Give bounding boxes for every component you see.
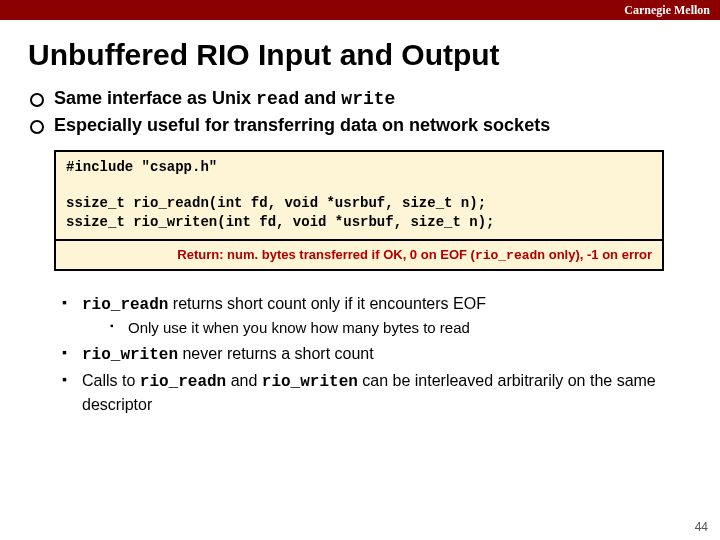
subsub-list: Only use it when you know how many bytes… <box>110 318 692 338</box>
slide-title: Unbuffered RIO Input and Output <box>28 38 692 72</box>
main-bullet-list: Same interface as Unix read and write Es… <box>28 88 692 136</box>
code-lines: #include "csapp.h" ssize_t rio_readn(int… <box>56 152 662 239</box>
bullet-2: Especially useful for transferring data … <box>28 115 692 136</box>
subsub-1: Only use it when you know how many bytes… <box>110 318 692 338</box>
code-return-note: Return: num. bytes transferred if OK, 0 … <box>56 239 662 269</box>
page-number: 44 <box>695 520 708 534</box>
bullet-1: Same interface as Unix read and write <box>28 88 692 109</box>
sub-bullet-2: rio_writen never returns a short count <box>60 343 692 367</box>
sub-bullet-1: rio_readn returns short count only if it… <box>60 293 692 339</box>
sub-bullet-3: Calls to rio_readn and rio_writen can be… <box>60 370 692 415</box>
code-box: #include "csapp.h" ssize_t rio_readn(int… <box>54 150 664 271</box>
slide-content: Unbuffered RIO Input and Output Same int… <box>0 20 720 427</box>
sub-bullet-list: rio_readn returns short count only if it… <box>60 293 692 416</box>
brand-bar: Carnegie Mellon <box>0 0 720 20</box>
brand-label: Carnegie Mellon <box>624 3 710 18</box>
